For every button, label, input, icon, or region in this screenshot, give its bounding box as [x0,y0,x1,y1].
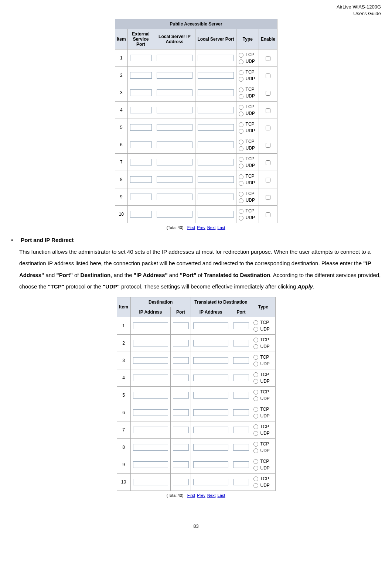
pager-first[interactable]: First [187,225,195,230]
dest-ip-input[interactable] [133,479,168,485]
dest-port-input[interactable] [173,322,189,329]
trans-port-input[interactable] [233,427,249,433]
trans-ip-input[interactable] [193,444,228,451]
udp-radio[interactable] [239,181,243,186]
udp-option[interactable]: UDP [239,180,255,185]
trans-port-input[interactable] [233,375,249,381]
trans-ip-input[interactable] [193,357,228,364]
udp-radio[interactable] [239,59,243,64]
udp-option[interactable]: UDP [239,215,255,220]
udp-option[interactable]: UDP [239,93,255,99]
udp-option[interactable]: UDP [253,483,270,488]
dest-ip-input[interactable] [133,375,168,381]
ext-port-input[interactable] [130,159,152,165]
trans-port-input[interactable] [233,392,249,399]
local-port-input[interactable] [198,72,234,79]
trans-port-input[interactable] [233,461,249,468]
tcp-radio[interactable] [253,424,258,429]
dest-port-input[interactable] [173,479,189,485]
udp-radio[interactable] [253,414,258,418]
tcp-radio[interactable] [253,320,258,325]
tcp-radio[interactable] [239,70,243,75]
trans-port-input[interactable] [233,322,249,329]
local-ip-input[interactable] [157,194,193,200]
tcp-option[interactable]: TCP [253,320,269,325]
trans-port-input[interactable] [233,357,249,364]
local-port-input[interactable] [198,107,234,113]
udp-radio[interactable] [253,431,258,436]
dest-ip-input[interactable] [133,427,168,433]
local-port-input[interactable] [198,124,234,131]
tcp-radio[interactable] [253,476,258,481]
tcp-option[interactable]: TCP [239,139,254,144]
udp-radio[interactable] [239,216,243,221]
udp-option[interactable]: UDP [253,327,270,332]
ext-port-input[interactable] [130,176,152,183]
local-ip-input[interactable] [157,89,193,96]
dest-port-input[interactable] [173,461,189,468]
udp-radio[interactable] [253,362,258,366]
enable-checkbox[interactable] [266,143,270,148]
ext-port-input[interactable] [130,89,152,96]
udp-radio[interactable] [239,146,243,151]
enable-checkbox[interactable] [266,126,270,130]
tcp-option[interactable]: TCP [239,69,254,75]
tcp-option[interactable]: TCP [239,52,254,57]
local-port-input[interactable] [198,89,234,96]
udp-option[interactable]: UDP [253,344,270,349]
tcp-option[interactable]: TCP [239,122,254,127]
tcp-option[interactable]: TCP [253,476,269,481]
pager2-next[interactable]: Next [207,493,216,498]
udp-radio[interactable] [253,344,258,349]
trans-ip-input[interactable] [193,392,228,399]
udp-radio[interactable] [239,77,243,82]
tcp-radio[interactable] [239,209,243,214]
tcp-option[interactable]: TCP [239,156,254,161]
tcp-option[interactable]: TCP [253,372,269,377]
udp-option[interactable]: UDP [239,163,255,168]
pager-last[interactable]: Last [218,225,225,230]
local-port-input[interactable] [198,194,234,200]
ext-port-input[interactable] [130,194,152,200]
tcp-option[interactable]: TCP [253,407,269,412]
udp-option[interactable]: UDP [253,431,270,436]
dest-port-input[interactable] [173,357,189,364]
udp-radio[interactable] [239,129,243,134]
local-ip-input[interactable] [157,124,193,131]
local-port-input[interactable] [198,211,234,218]
pager2-prev[interactable]: Prev [197,493,205,498]
udp-radio[interactable] [253,396,258,401]
tcp-radio[interactable] [253,355,258,360]
tcp-option[interactable]: TCP [239,87,254,92]
tcp-radio[interactable] [239,192,243,197]
ext-port-input[interactable] [130,107,152,113]
tcp-option[interactable]: TCP [239,104,254,109]
udp-option[interactable]: UDP [253,465,270,471]
trans-port-input[interactable] [233,340,249,346]
dest-port-input[interactable] [173,340,189,346]
local-ip-input[interactable] [157,141,193,148]
ext-port-input[interactable] [130,55,152,61]
tcp-option[interactable]: TCP [253,355,269,360]
dest-port-input[interactable] [173,392,189,399]
pager2-last[interactable]: Last [218,493,225,498]
dest-port-input[interactable] [173,375,189,381]
udp-radio[interactable] [253,466,258,471]
udp-radio[interactable] [253,379,258,384]
udp-option[interactable]: UDP [239,128,255,133]
local-ip-input[interactable] [157,55,193,61]
ext-port-input[interactable] [130,72,152,79]
udp-option[interactable]: UDP [239,111,255,116]
enable-checkbox[interactable] [266,56,270,61]
trans-ip-input[interactable] [193,375,228,381]
tcp-radio[interactable] [253,442,258,447]
udp-radio[interactable] [239,198,243,203]
udp-option[interactable]: UDP [253,413,270,418]
udp-option[interactable]: UDP [253,396,270,401]
local-ip-input[interactable] [157,211,193,218]
trans-ip-input[interactable] [193,409,228,416]
trans-ip-input[interactable] [193,322,228,329]
tcp-radio[interactable] [239,88,243,92]
dest-ip-input[interactable] [133,322,168,329]
tcp-radio[interactable] [253,459,258,464]
